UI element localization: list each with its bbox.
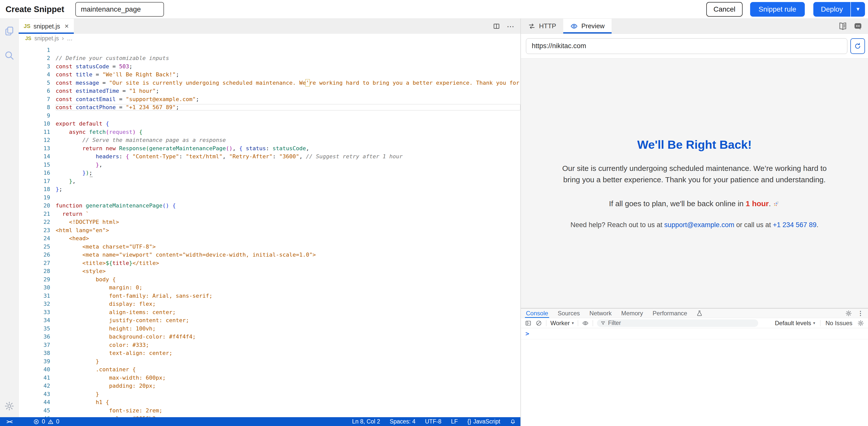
code-line[interactable]: 13 return new Response(generateMaintenan… [19, 144, 520, 152]
devtools-tab-console[interactable]: Console [525, 309, 549, 318]
indentation-setting[interactable]: Spaces: 4 [390, 418, 415, 425]
console-sidebar-toggle-icon[interactable] [525, 320, 531, 326]
console-filter[interactable] [597, 319, 758, 327]
more-actions-icon[interactable]: ⋯ [507, 22, 515, 31]
tab-http[interactable]: HTTP [521, 19, 563, 33]
code-line[interactable]: 36 background-color: #f4f4f4; [19, 333, 520, 341]
devtools-tab-performance[interactable]: Performance [652, 309, 688, 318]
code-line[interactable]: 3const statusCode = 503; [19, 62, 520, 70]
code-line[interactable]: 34 justify-content: center; [19, 316, 520, 325]
search-icon[interactable] [4, 50, 15, 61]
files-icon[interactable] [4, 26, 15, 37]
code-line[interactable]: 41 max-width: 600px; [19, 374, 520, 382]
clear-console-icon[interactable] [535, 320, 542, 326]
log-levels-selector[interactable]: Default levels▾ [775, 320, 815, 327]
maintenance-message: Our site is currently undergoing schedul… [556, 163, 833, 185]
code-line[interactable]: 7const contactEmail = "support@example.c… [19, 95, 520, 103]
cursor-position[interactable]: Ln 8, Col 2 [352, 418, 380, 425]
settings-gear-icon[interactable] [4, 401, 14, 411]
issues-counter[interactable]: No Issues [826, 320, 852, 327]
filter-input[interactable] [608, 320, 755, 326]
snippet-rule-button[interactable]: Snippet rule [750, 2, 805, 17]
code-line[interactable]: 31 font-family: Arial, sans-serif; [19, 292, 520, 300]
support-email-link[interactable]: support@example.com [664, 221, 734, 229]
experiments-flask-icon[interactable] [696, 310, 703, 317]
code-line[interactable]: 28 <style> [19, 267, 520, 276]
devtools-tab-memory[interactable]: Memory [620, 309, 644, 318]
code-line[interactable]: 33 align-items: center; [19, 308, 520, 316]
code-line[interactable]: 42 padding: 20px; [19, 382, 520, 390]
tab-snippet-js[interactable]: JS snippet.js × [19, 19, 74, 34]
code-line[interactable]: 44 h1 { [19, 398, 520, 406]
code-line[interactable]: 32 display: flex; [19, 300, 520, 308]
cancel-button[interactable]: Cancel [706, 2, 742, 17]
line-number: 7 [19, 96, 50, 102]
code-line[interactable]: 39 } [19, 357, 520, 366]
discord-icon[interactable] [854, 22, 863, 31]
tab-preview[interactable]: Preview [563, 19, 612, 33]
code-line[interactable]: 22 <!DOCTYPE html> [19, 218, 520, 226]
line-number: 37 [19, 342, 50, 348]
context-selector[interactable]: Worker▾ [550, 320, 574, 327]
deploy-dropdown-button[interactable]: ▼ [850, 2, 865, 17]
code-line[interactable]: 26 <meta name="viewport" content="width=… [19, 251, 520, 259]
code-line[interactable]: 8const contactPhone = "+1 234 567 89"; [19, 103, 520, 112]
code-line[interactable]: 38 text-align: center; [19, 349, 520, 358]
refresh-button[interactable] [850, 38, 865, 54]
code-line[interactable]: 43 } [19, 390, 520, 398]
url-input[interactable] [526, 38, 847, 54]
code-line[interactable]: 24 <head> [19, 234, 520, 243]
code-line[interactable]: 9 [19, 111, 520, 120]
code-line[interactable]: 18}; [19, 185, 520, 194]
live-expression-eye-icon[interactable] [582, 320, 589, 326]
code-line[interactable]: 29 body { [19, 275, 520, 284]
code-line[interactable]: 6const estimatedTime = "1 hour"; [19, 87, 520, 95]
code-line[interactable]: 30 margin: 0; [19, 284, 520, 292]
code-line[interactable]: 11 async fetch(request) { [19, 128, 520, 136]
code-line[interactable]: 16 }); [19, 169, 520, 177]
console-prompt-row[interactable]: > [521, 328, 868, 339]
deploy-button[interactable]: Deploy [813, 2, 850, 17]
console-output[interactable]: > [521, 328, 868, 426]
problems-indicator[interactable]: 0 0 [33, 418, 59, 425]
code-line[interactable]: 5const message = "Our site is currently … [19, 79, 520, 87]
phone-link[interactable]: +1 234 567 89 [773, 221, 816, 229]
code-line[interactable]: 10export default { [19, 120, 520, 128]
code-line[interactable]: 21 return ` [19, 210, 520, 218]
notifications-bell-icon[interactable] [510, 419, 516, 425]
code-line[interactable]: 19 [19, 193, 520, 202]
devtools-menu-icon[interactable]: ⋮ [858, 310, 864, 317]
encoding-setting[interactable]: UTF-8 [425, 418, 441, 425]
remote-indicator-icon[interactable]: >< [0, 419, 19, 425]
code-line[interactable]: 2// Define your customizable inputs [19, 54, 520, 62]
line-number: 27 [19, 260, 50, 266]
code-line[interactable]: 25 <meta charset="UTF-8"> [19, 243, 520, 251]
code-line[interactable]: 35 height: 100vh; [19, 324, 520, 333]
code-line[interactable]: 17 }, [19, 177, 520, 185]
code-editor[interactable]: 12// Define your customizable inputs3con… [19, 43, 520, 417]
language-mode[interactable]: {}JavaScript [467, 418, 500, 425]
docs-book-icon[interactable] [838, 22, 847, 31]
code-line[interactable]: 23<html lang="en"> [19, 226, 520, 234]
code-line[interactable]: 40 .container { [19, 366, 520, 374]
snippet-name-input[interactable] [75, 2, 164, 17]
eta-value: 1 hour [746, 199, 769, 208]
eol-setting[interactable]: LF [451, 418, 458, 425]
code-line[interactable]: 15 }, [19, 161, 520, 169]
code-line[interactable]: 1 [19, 46, 520, 54]
console-settings-gear-icon[interactable] [858, 320, 864, 326]
code-line[interactable]: 46 color: #0056b3; [19, 415, 520, 418]
code-line[interactable]: 27 <title>${title}</title> [19, 259, 520, 267]
code-line[interactable]: 14 headers: { "Content-Type": "text/html… [19, 152, 520, 161]
devtools-settings-gear-icon[interactable] [845, 310, 852, 317]
devtools-tab-sources[interactable]: Sources [557, 309, 581, 318]
code-line[interactable]: 20function generateMaintenancePage() { [19, 202, 520, 210]
code-line[interactable]: 12 // Serve the maintenance page as a re… [19, 136, 520, 144]
devtools-tab-network[interactable]: Network [588, 309, 613, 318]
split-editor-icon[interactable] [493, 23, 500, 30]
code-line[interactable]: 45 font-size: 2rem; [19, 406, 520, 415]
code-line[interactable]: 37 color: #333; [19, 341, 520, 349]
code-line[interactable]: 4const title = "We'll Be Right Back!"; [19, 70, 520, 79]
close-icon[interactable]: × [65, 22, 69, 30]
breadcrumb[interactable]: JS snippet.js › … [19, 34, 520, 43]
